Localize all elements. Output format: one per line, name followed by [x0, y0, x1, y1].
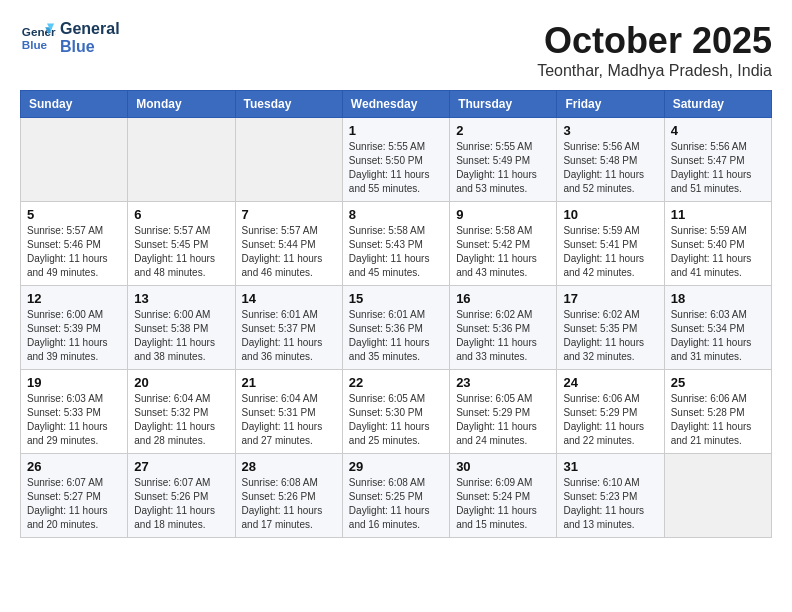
calendar-cell: 28Sunrise: 6:08 AMSunset: 5:26 PMDayligh… — [235, 454, 342, 538]
calendar-cell: 4Sunrise: 5:56 AMSunset: 5:47 PMDaylight… — [664, 118, 771, 202]
day-number: 14 — [242, 291, 336, 306]
day-number: 22 — [349, 375, 443, 390]
calendar-cell — [21, 118, 128, 202]
day-number: 26 — [27, 459, 121, 474]
calendar-cell — [664, 454, 771, 538]
day-info: Sunrise: 5:58 AMSunset: 5:43 PMDaylight:… — [349, 224, 443, 280]
calendar-cell: 7Sunrise: 5:57 AMSunset: 5:44 PMDaylight… — [235, 202, 342, 286]
day-number: 13 — [134, 291, 228, 306]
calendar-cell: 27Sunrise: 6:07 AMSunset: 5:26 PMDayligh… — [128, 454, 235, 538]
calendar-cell: 5Sunrise: 5:57 AMSunset: 5:46 PMDaylight… — [21, 202, 128, 286]
weekday-header-wednesday: Wednesday — [342, 91, 449, 118]
header: General Blue GeneralBlue October 2025 Te… — [20, 20, 772, 80]
day-info: Sunrise: 6:00 AMSunset: 5:38 PMDaylight:… — [134, 308, 228, 364]
calendar-cell: 14Sunrise: 6:01 AMSunset: 5:37 PMDayligh… — [235, 286, 342, 370]
calendar-cell: 17Sunrise: 6:02 AMSunset: 5:35 PMDayligh… — [557, 286, 664, 370]
day-info: Sunrise: 6:05 AMSunset: 5:29 PMDaylight:… — [456, 392, 550, 448]
day-info: Sunrise: 6:03 AMSunset: 5:33 PMDaylight:… — [27, 392, 121, 448]
day-number: 3 — [563, 123, 657, 138]
weekday-header-friday: Friday — [557, 91, 664, 118]
day-info: Sunrise: 6:06 AMSunset: 5:29 PMDaylight:… — [563, 392, 657, 448]
weekday-header-thursday: Thursday — [450, 91, 557, 118]
day-number: 23 — [456, 375, 550, 390]
day-info: Sunrise: 6:05 AMSunset: 5:30 PMDaylight:… — [349, 392, 443, 448]
day-info: Sunrise: 6:07 AMSunset: 5:27 PMDaylight:… — [27, 476, 121, 532]
day-number: 7 — [242, 207, 336, 222]
day-number: 28 — [242, 459, 336, 474]
calendar-cell: 25Sunrise: 6:06 AMSunset: 5:28 PMDayligh… — [664, 370, 771, 454]
day-info: Sunrise: 6:07 AMSunset: 5:26 PMDaylight:… — [134, 476, 228, 532]
day-info: Sunrise: 5:55 AMSunset: 5:49 PMDaylight:… — [456, 140, 550, 196]
day-number: 10 — [563, 207, 657, 222]
title-block: October 2025 Teonthar, Madhya Pradesh, I… — [537, 20, 772, 80]
day-info: Sunrise: 5:58 AMSunset: 5:42 PMDaylight:… — [456, 224, 550, 280]
calendar-cell: 11Sunrise: 5:59 AMSunset: 5:40 PMDayligh… — [664, 202, 771, 286]
day-number: 18 — [671, 291, 765, 306]
day-number: 12 — [27, 291, 121, 306]
calendar-cell: 9Sunrise: 5:58 AMSunset: 5:42 PMDaylight… — [450, 202, 557, 286]
weekday-header-tuesday: Tuesday — [235, 91, 342, 118]
day-number: 24 — [563, 375, 657, 390]
day-info: Sunrise: 5:57 AMSunset: 5:46 PMDaylight:… — [27, 224, 121, 280]
month-title: October 2025 — [537, 20, 772, 62]
calendar-week-row: 12Sunrise: 6:00 AMSunset: 5:39 PMDayligh… — [21, 286, 772, 370]
day-info: Sunrise: 6:10 AMSunset: 5:23 PMDaylight:… — [563, 476, 657, 532]
day-info: Sunrise: 5:56 AMSunset: 5:48 PMDaylight:… — [563, 140, 657, 196]
day-info: Sunrise: 6:03 AMSunset: 5:34 PMDaylight:… — [671, 308, 765, 364]
day-info: Sunrise: 5:59 AMSunset: 5:40 PMDaylight:… — [671, 224, 765, 280]
weekday-header-sunday: Sunday — [21, 91, 128, 118]
day-number: 2 — [456, 123, 550, 138]
calendar-cell: 1Sunrise: 5:55 AMSunset: 5:50 PMDaylight… — [342, 118, 449, 202]
calendar-week-row: 5Sunrise: 5:57 AMSunset: 5:46 PMDaylight… — [21, 202, 772, 286]
day-info: Sunrise: 6:02 AMSunset: 5:35 PMDaylight:… — [563, 308, 657, 364]
calendar-cell: 13Sunrise: 6:00 AMSunset: 5:38 PMDayligh… — [128, 286, 235, 370]
weekday-header-row: SundayMondayTuesdayWednesdayThursdayFrid… — [21, 91, 772, 118]
day-info: Sunrise: 6:00 AMSunset: 5:39 PMDaylight:… — [27, 308, 121, 364]
calendar-cell: 19Sunrise: 6:03 AMSunset: 5:33 PMDayligh… — [21, 370, 128, 454]
calendar-cell: 21Sunrise: 6:04 AMSunset: 5:31 PMDayligh… — [235, 370, 342, 454]
day-info: Sunrise: 6:04 AMSunset: 5:32 PMDaylight:… — [134, 392, 228, 448]
day-number: 6 — [134, 207, 228, 222]
calendar-cell — [235, 118, 342, 202]
day-info: Sunrise: 5:56 AMSunset: 5:47 PMDaylight:… — [671, 140, 765, 196]
calendar-cell: 16Sunrise: 6:02 AMSunset: 5:36 PMDayligh… — [450, 286, 557, 370]
weekday-header-saturday: Saturday — [664, 91, 771, 118]
calendar-cell: 10Sunrise: 5:59 AMSunset: 5:41 PMDayligh… — [557, 202, 664, 286]
day-info: Sunrise: 5:57 AMSunset: 5:44 PMDaylight:… — [242, 224, 336, 280]
calendar-week-row: 26Sunrise: 6:07 AMSunset: 5:27 PMDayligh… — [21, 454, 772, 538]
day-number: 5 — [27, 207, 121, 222]
day-info: Sunrise: 6:02 AMSunset: 5:36 PMDaylight:… — [456, 308, 550, 364]
calendar-cell — [128, 118, 235, 202]
location-title: Teonthar, Madhya Pradesh, India — [537, 62, 772, 80]
day-info: Sunrise: 6:04 AMSunset: 5:31 PMDaylight:… — [242, 392, 336, 448]
calendar-cell: 26Sunrise: 6:07 AMSunset: 5:27 PMDayligh… — [21, 454, 128, 538]
calendar-cell: 22Sunrise: 6:05 AMSunset: 5:30 PMDayligh… — [342, 370, 449, 454]
day-number: 11 — [671, 207, 765, 222]
day-info: Sunrise: 6:08 AMSunset: 5:25 PMDaylight:… — [349, 476, 443, 532]
day-number: 25 — [671, 375, 765, 390]
calendar-cell: 18Sunrise: 6:03 AMSunset: 5:34 PMDayligh… — [664, 286, 771, 370]
calendar-cell: 6Sunrise: 5:57 AMSunset: 5:45 PMDaylight… — [128, 202, 235, 286]
calendar-cell: 30Sunrise: 6:09 AMSunset: 5:24 PMDayligh… — [450, 454, 557, 538]
day-number: 21 — [242, 375, 336, 390]
calendar-cell: 8Sunrise: 5:58 AMSunset: 5:43 PMDaylight… — [342, 202, 449, 286]
day-number: 29 — [349, 459, 443, 474]
day-info: Sunrise: 6:06 AMSunset: 5:28 PMDaylight:… — [671, 392, 765, 448]
day-number: 30 — [456, 459, 550, 474]
svg-text:Blue: Blue — [22, 38, 48, 51]
calendar-week-row: 1Sunrise: 5:55 AMSunset: 5:50 PMDaylight… — [21, 118, 772, 202]
day-number: 20 — [134, 375, 228, 390]
day-info: Sunrise: 6:01 AMSunset: 5:37 PMDaylight:… — [242, 308, 336, 364]
day-info: Sunrise: 5:57 AMSunset: 5:45 PMDaylight:… — [134, 224, 228, 280]
calendar-cell: 15Sunrise: 6:01 AMSunset: 5:36 PMDayligh… — [342, 286, 449, 370]
day-info: Sunrise: 6:09 AMSunset: 5:24 PMDaylight:… — [456, 476, 550, 532]
day-info: Sunrise: 6:08 AMSunset: 5:26 PMDaylight:… — [242, 476, 336, 532]
day-number: 9 — [456, 207, 550, 222]
calendar-cell: 31Sunrise: 6:10 AMSunset: 5:23 PMDayligh… — [557, 454, 664, 538]
weekday-header-monday: Monday — [128, 91, 235, 118]
day-number: 19 — [27, 375, 121, 390]
calendar-cell: 24Sunrise: 6:06 AMSunset: 5:29 PMDayligh… — [557, 370, 664, 454]
calendar-table: SundayMondayTuesdayWednesdayThursdayFrid… — [20, 90, 772, 538]
calendar-cell: 3Sunrise: 5:56 AMSunset: 5:48 PMDaylight… — [557, 118, 664, 202]
day-info: Sunrise: 5:59 AMSunset: 5:41 PMDaylight:… — [563, 224, 657, 280]
